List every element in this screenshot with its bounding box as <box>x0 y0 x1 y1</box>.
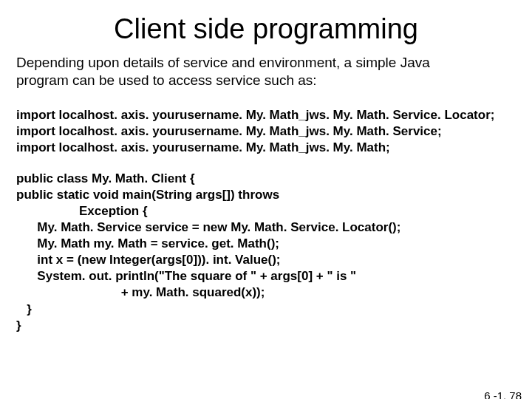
code-line: public class My. Math. Client { <box>16 171 195 185</box>
import-line: import localhost. axis. yourusername. My… <box>16 108 494 122</box>
intro-text: Depending upon details of service and en… <box>16 54 532 89</box>
code-line: public static void main(String args[]) t… <box>16 188 279 202</box>
code-line: My. Math. Service service = new My. Math… <box>16 220 400 234</box>
intro-line-1: Depending upon details of service and en… <box>16 55 430 70</box>
page-number: 6 -1. 78 <box>484 389 522 399</box>
code-line: My. Math my. Math = service. get. Math()… <box>16 236 279 250</box>
code-line: int x = (new Integer(args[0])). int. Val… <box>16 253 281 267</box>
code-line: System. out. println("The square of " + … <box>16 269 356 283</box>
code-line: } <box>16 302 32 316</box>
slide-title: Client side programming <box>0 13 532 45</box>
code-line: + my. Math. squared(x)); <box>16 285 265 299</box>
code-line: } <box>16 318 21 332</box>
slide: Client side programming Depending upon d… <box>0 13 532 399</box>
intro-line-2: program can be used to access service su… <box>16 72 317 88</box>
import-line: import localhost. axis. yourusername. My… <box>16 124 442 138</box>
code-block: public class My. Math. Client { public s… <box>16 171 532 334</box>
import-line: import localhost. axis. yourusername. My… <box>16 140 390 154</box>
import-block: import localhost. axis. yourusername. My… <box>16 107 532 156</box>
code-line: Exception { <box>16 204 148 218</box>
